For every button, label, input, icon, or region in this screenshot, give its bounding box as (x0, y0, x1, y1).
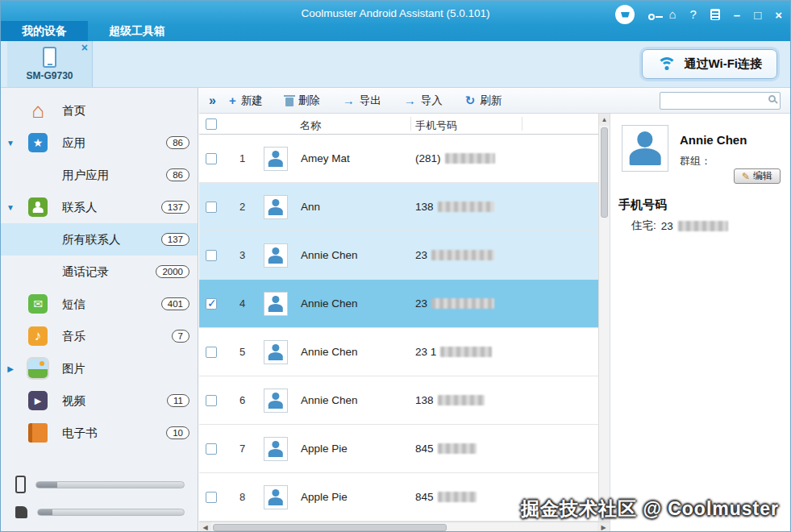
device-close-icon[interactable]: × (81, 43, 88, 52)
sidebar-item-label: 用户应用 (62, 168, 109, 183)
import-arrow-icon: → (404, 94, 416, 107)
chevron-down-icon[interactable]: ▼ (1, 139, 20, 148)
home-house-icon: ⌂ (28, 101, 48, 120)
row-checkbox[interactable] (206, 202, 217, 213)
scrollbar-thumb[interactable] (601, 127, 608, 218)
contact-avatar (264, 340, 288, 364)
maximize-icon[interactable]: □ (754, 8, 761, 22)
sidebar-item-call-logs[interactable]: 通话记录 2000 (1, 256, 198, 288)
contact-phone: 138 (415, 394, 485, 406)
pencil-icon: ✎ (742, 171, 750, 182)
apps-icon: ★ (28, 133, 48, 152)
photos-icon (28, 359, 48, 378)
search-input[interactable] (660, 92, 781, 110)
person-glyph (32, 202, 44, 214)
horizontal-scrollbar[interactable]: ◀ ▶ (199, 522, 610, 532)
sidebar-item-label: 通话记录 (62, 264, 109, 280)
device-name: SM-G9730 (26, 70, 73, 81)
row-checkbox[interactable] (206, 395, 217, 406)
contact-avatar (264, 389, 288, 413)
new-button[interactable]: + 新建 (229, 94, 263, 108)
contact-name: Annie Chen (301, 297, 358, 310)
minimize-icon[interactable]: – (734, 8, 740, 22)
blurred-digits (440, 347, 492, 357)
delete-button[interactable]: 删除 (285, 94, 320, 108)
phone-prefix: 845 (415, 443, 434, 455)
contact-name: Annie Chen (301, 346, 358, 358)
row-checkbox[interactable] (206, 347, 217, 358)
row-checkbox[interactable] (206, 250, 217, 261)
import-label: 导入 (421, 94, 443, 108)
scroll-up-icon[interactable]: ▲ (599, 114, 610, 126)
table-row[interactable]: 4 Annie Chen 23 (199, 280, 610, 328)
wifi-connect-button[interactable]: 通过Wi-Fi连接 (642, 49, 777, 79)
table-header: 名称 手机号码 (199, 114, 610, 135)
tab-super-toolkit[interactable]: 超级工具箱 (88, 21, 186, 41)
edit-button[interactable]: ✎ 编辑 (734, 168, 781, 184)
table-row[interactable]: 7 Apple Pie 845 (199, 425, 610, 473)
scroll-left-icon[interactable]: ◀ (199, 522, 211, 532)
table-row[interactable]: 1 Amey Mat (281) (199, 135, 610, 183)
row-number: 1 (239, 152, 245, 164)
sidebar-item-home[interactable]: ⌂ 首页 (1, 94, 198, 127)
sidebar-item-photos[interactable]: ▶ 图片 (1, 352, 198, 384)
sd-storage-icon (15, 506, 27, 518)
sidebar-item-label: 应用 (62, 135, 85, 151)
main-tabs: 我的设备 超级工具箱 (1, 21, 186, 41)
row-checkbox[interactable] (206, 492, 217, 503)
help-icon[interactable]: ? (689, 6, 696, 23)
contact-phone: (281) (415, 152, 495, 164)
chevron-down-icon[interactable]: ▼ (1, 203, 20, 212)
detail-home-phone: 住宅: 23 (631, 218, 728, 233)
table-row[interactable]: 5 Annie Chen 23 1 (199, 328, 610, 376)
doc-glyph (710, 9, 720, 20)
tab-my-device[interactable]: 我的设备 (1, 21, 88, 41)
sidebar-item-videos[interactable]: ▶ 视频 11 (1, 384, 198, 417)
home-icon[interactable]: ⌂ (668, 6, 676, 23)
sidebar-item-apps[interactable]: ▼ ★ 应用 86 (1, 127, 198, 159)
select-all-checkbox[interactable] (206, 118, 217, 130)
sidebar-item-contacts[interactable]: ▼ 联系人 137 (1, 191, 198, 223)
phone-prefix: 138 (415, 201, 434, 213)
refresh-button[interactable]: ↻ 刷新 (465, 94, 502, 108)
sidebar-item-ebooks[interactable]: 电子书 10 (1, 417, 198, 449)
count-badge: 86 (166, 136, 189, 149)
sidebar-item-user-apps[interactable]: 用户应用 86 (1, 159, 198, 191)
store-cart-icon[interactable] (615, 5, 635, 24)
blurred-digits (431, 250, 494, 260)
blurred-digits (438, 202, 494, 212)
row-checkbox[interactable] (206, 443, 217, 455)
register-key-icon[interactable] (648, 6, 655, 23)
person-glyph (267, 440, 285, 458)
export-button[interactable]: → 导出 (343, 94, 381, 108)
contact-name: Annie Chen (301, 394, 358, 406)
table-row[interactable]: 3 Annie Chen 23 (199, 231, 610, 280)
blurred-digits (438, 395, 485, 405)
vertical-scrollbar[interactable]: ▲ ▼ (598, 114, 610, 522)
search-icon[interactable] (768, 95, 776, 102)
table-row[interactable]: 2 Ann 138 (199, 183, 610, 231)
collapse-sidebar-icon[interactable]: » (209, 94, 216, 108)
device-strip: × SM-G9730 通过Wi-Fi连接 (1, 41, 790, 88)
sidebar-item-music[interactable]: ♪ 音乐 7 (1, 320, 198, 352)
close-icon[interactable]: × (775, 8, 782, 22)
row-checkbox[interactable] (206, 153, 217, 164)
chevron-right-icon[interactable]: ▶ (1, 364, 20, 373)
feedback-icon[interactable] (710, 6, 720, 23)
count-badge: 11 (167, 394, 189, 407)
sidebar-item-sms[interactable]: ✉ 短信 401 (1, 288, 198, 320)
row-number: 6 (239, 394, 245, 406)
import-button[interactable]: → 导入 (404, 94, 443, 108)
row-checkbox[interactable] (206, 298, 217, 310)
sidebar-item-all-contacts[interactable]: 所有联系人 137 (1, 223, 198, 256)
sidebar-item-label: 短信 (62, 297, 85, 312)
table-row[interactable]: 6 Annie Chen 138 (199, 376, 610, 425)
contact-phone: 845 (415, 491, 477, 503)
cart-glyph (621, 12, 630, 18)
scroll-right-icon[interactable]: ▶ (597, 522, 610, 532)
row-number: 2 (239, 201, 245, 213)
row-number: 8 (239, 491, 245, 503)
scrollbar-thumb[interactable] (213, 524, 447, 531)
blurred-digits (678, 221, 728, 231)
device-card[interactable]: × SM-G9730 (7, 41, 93, 87)
